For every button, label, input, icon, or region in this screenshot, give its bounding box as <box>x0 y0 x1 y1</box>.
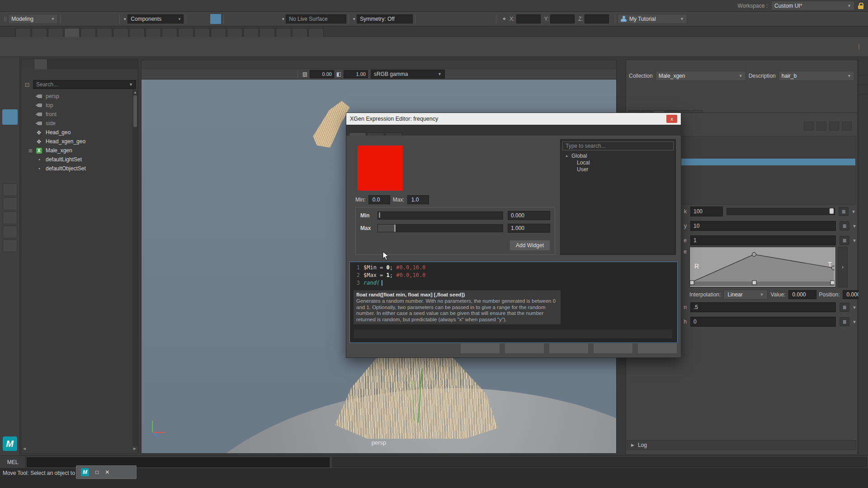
apply-button[interactable] <box>460 343 500 354</box>
undo-icon[interactable] <box>95 14 106 24</box>
shelf-tab[interactable] <box>276 28 291 37</box>
xgen-frame-guides-icon[interactable] <box>809 84 827 99</box>
dialog-tab[interactable] <box>367 132 384 136</box>
library-tree-item[interactable]: ▸ Global <box>561 152 675 159</box>
code-line[interactable]: 1 $Min = 0; #0.0,10.0 <box>352 264 677 272</box>
expression-icon[interactable]: ≣ <box>839 207 849 216</box>
grip-handle[interactable]: ⣿ <box>4 16 6 21</box>
code-line[interactable]: 3 rand(| <box>352 279 677 287</box>
max-value-field[interactable]: 1.000 <box>508 224 550 233</box>
xgen-shelf-tool-icon[interactable] <box>243 39 259 55</box>
layout-four-pane-icon[interactable] <box>3 183 17 196</box>
xgen-shelf-tool-icon[interactable] <box>97 39 113 55</box>
ramp-expand-button[interactable]: › <box>838 247 848 287</box>
max-summary-field[interactable]: 1.0 <box>407 195 429 204</box>
xgen-select-guides-icon[interactable] <box>791 84 809 99</box>
cancel-button[interactable] <box>637 343 677 354</box>
panel-tab[interactable] <box>21 59 34 69</box>
dialog-tab[interactable] <box>385 132 402 136</box>
viewport-toggle-icon[interactable] <box>162 70 172 78</box>
gamma-icon[interactable]: ◧ <box>334 70 344 78</box>
expression-icon[interactable]: ≣ <box>840 317 849 326</box>
shelf-tab[interactable] <box>194 28 210 37</box>
ramp-graph[interactable]: R T <box>689 247 836 287</box>
viewport-toggle-icon[interactable] <box>143 70 153 78</box>
interpolation-dropdown[interactable]: Linear▼ <box>723 290 768 300</box>
chevron-down-icon[interactable]: ▼ <box>852 305 857 310</box>
xgen-tab[interactable] <box>691 110 703 113</box>
workspace-lock-icon[interactable] <box>858 3 863 9</box>
menu-set-dropdown[interactable]: Modeling▼ <box>8 14 58 24</box>
expression-icon[interactable]: ≣ <box>840 303 849 312</box>
outliner-item[interactable]: ⊞ Male_xgen <box>21 146 138 155</box>
shelf-tab[interactable] <box>113 28 128 37</box>
xgen-refresh-preview-icon[interactable] <box>628 84 646 99</box>
shelf-tab[interactable] <box>146 28 161 37</box>
close-icon[interactable]: ✕ <box>105 469 109 475</box>
chevron-down-icon[interactable]: ▼ <box>852 238 857 243</box>
expand-arrow-icon[interactable]: ▸ <box>566 154 571 158</box>
select-component-icon[interactable] <box>210 14 221 24</box>
xgen-shelf-tool-icon[interactable] <box>194 39 211 55</box>
shelf-tab[interactable] <box>80 28 96 37</box>
viewport-toggle-icon[interactable] <box>257 70 267 78</box>
shelf-tab[interactable] <box>178 28 193 37</box>
dock-tab[interactable] <box>859 75 868 85</box>
attribute-value-field[interactable]: 10 <box>690 221 836 231</box>
viewport-toggle-icon[interactable] <box>200 70 210 78</box>
min-slider[interactable] <box>377 211 503 220</box>
xgen-move-guides-icon[interactable] <box>773 84 791 99</box>
floating-taskbar-window[interactable]: M □ ✕ <box>76 465 137 479</box>
xgen-shelf-tool-icon[interactable] <box>48 39 64 55</box>
outliner-item[interactable]: persp <box>21 92 138 101</box>
outliner-item[interactable]: defaultLightSet <box>21 155 138 164</box>
xgen-shelf-tool-icon[interactable] <box>32 39 48 55</box>
xgen-export-patches-icon[interactable] <box>682 84 700 99</box>
dock-tab[interactable] <box>859 85 868 94</box>
snap-grid-icon[interactable] <box>226 14 237 24</box>
scroll-right-icon[interactable]: ► <box>132 446 137 453</box>
maya-app-icon[interactable]: M <box>81 468 89 476</box>
snap-point-icon[interactable] <box>248 14 259 24</box>
viewport-toggle-icon[interactable] <box>191 70 200 78</box>
ipr-render-icon[interactable] <box>429 14 439 24</box>
hypershade-icon[interactable] <box>450 14 461 24</box>
dialog-tab[interactable] <box>349 132 366 136</box>
chevron-down-icon[interactable]: ▾ <box>351 14 357 24</box>
outliner-item[interactable]: top <box>21 101 138 110</box>
expression-color-swatch[interactable] <box>358 145 403 191</box>
select-hierarchy-icon[interactable] <box>189 14 199 24</box>
shelf-overflow-icon[interactable]: ⋮ <box>854 42 864 52</box>
shelf-tab[interactable] <box>308 28 324 37</box>
shelf-tab[interactable] <box>48 28 63 37</box>
attribute-value-field[interactable]: 0 <box>690 317 836 327</box>
xgen-shelf-tool-icon[interactable] <box>113 39 129 55</box>
ramp-value-field[interactable]: 0.000 <box>788 290 816 299</box>
xgen-toggle-guide-display-icon[interactable] <box>718 84 736 99</box>
y-coordinate-input[interactable] <box>550 14 575 23</box>
modifier-move-up-icon[interactable] <box>804 122 814 131</box>
shelf-tab[interactable] <box>292 28 307 37</box>
chevron-down-icon[interactable]: ▼ <box>851 209 856 214</box>
viewport-toggle-icon[interactable] <box>238 70 248 78</box>
xgen-shelf-tool-icon[interactable] <box>211 39 227 55</box>
outliner-item[interactable]: front <box>21 110 138 119</box>
save-scene-icon[interactable] <box>85 14 95 24</box>
live-surface-field[interactable]: No Live Surface <box>286 14 346 23</box>
viewport-toggle-icon[interactable] <box>219 70 229 78</box>
select-tool-icon[interactable] <box>2 61 18 76</box>
panel-tab[interactable] <box>34 59 47 69</box>
library-search-input[interactable]: Type to search... <box>562 141 674 150</box>
rotate-tool-icon[interactable] <box>2 126 18 141</box>
scroll-left-icon[interactable]: ◄ <box>22 446 27 453</box>
shelf-tab[interactable] <box>259 28 275 37</box>
expression-icon[interactable]: ≣ <box>840 236 849 245</box>
xgen-part-guides-icon[interactable] <box>755 84 773 99</box>
shelf-tab[interactable] <box>243 28 259 37</box>
code-line[interactable]: 2 $Max = 1; #0.0,10.0 <box>352 272 677 279</box>
viewport-toggle-icon[interactable] <box>248 70 257 78</box>
toggle-channel-box-icon[interactable] <box>855 14 866 24</box>
shelf-tab[interactable] <box>15 28 31 37</box>
log-section-header[interactable]: ▶ Log <box>627 440 856 450</box>
viewport-toggle-icon[interactable] <box>181 70 191 78</box>
